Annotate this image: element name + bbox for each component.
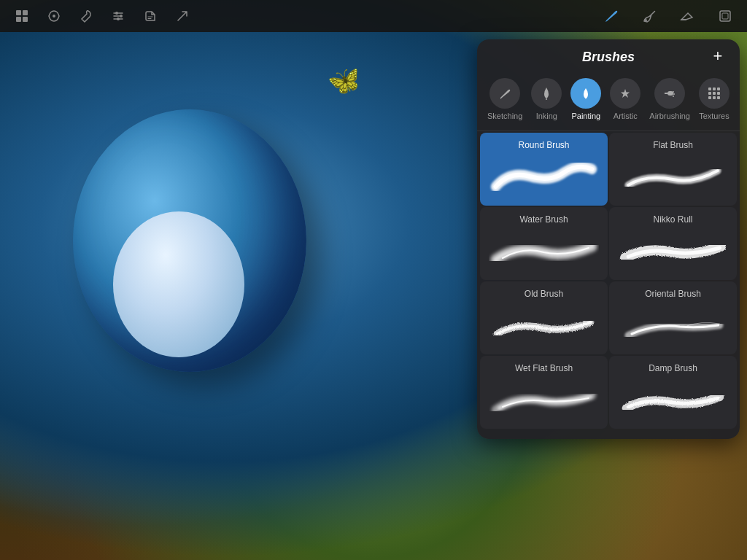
sketching-label: Sketching [487,112,522,120]
svg-rect-9 [720,11,730,21]
wet-flat-brush-preview [489,379,599,423]
svg-rect-18 [708,92,711,95]
nikko-brush-label: Nikko Rull [618,214,728,225]
svg-rect-0 [16,10,21,15]
oriental-brush-preview [618,305,728,349]
inking-icon [531,78,562,109]
svg-rect-2 [16,17,21,22]
brush-panel-header: Brushes + [477,39,740,72]
modify-tool[interactable] [41,3,67,29]
svg-rect-15 [708,88,711,90]
brush-item-old[interactable]: Old Brush [480,281,608,354]
top-bar [0,0,747,32]
brush-add-button[interactable]: + [708,46,728,66]
old-brush-label: Old Brush [489,289,599,299]
arrow-tool[interactable] [169,3,196,29]
svg-rect-11 [667,91,673,96]
brush-item-round[interactable]: Round Brush [480,133,608,206]
artistic-label: Artistic [614,112,638,120]
svg-rect-19 [713,92,716,95]
svg-point-14 [673,96,674,97]
brush-item-oriental[interactable]: Oriental Brush [609,281,737,354]
svg-rect-21 [708,96,711,99]
layers-tool[interactable] [712,3,738,29]
svg-point-6 [115,12,118,15]
old-brush-preview [489,305,599,349]
svg-point-4 [53,15,55,18]
painting-label: Painting [571,112,600,120]
gallery-button[interactable] [9,3,35,29]
flat-brush-label: Flat Brush [618,140,728,150]
damp-brush-label: Damp Brush [618,363,728,373]
category-airbrushing[interactable]: Airbrushing [645,75,694,123]
airbrushing-icon [654,78,685,109]
brush-categories: Sketching Inking Painting [477,72,740,131]
round-brush-label: Round Brush [489,140,599,150]
nikko-brush-preview [618,230,728,274]
oriental-brush-label: Oriental Brush [618,289,728,299]
butterfly-decoration: 🦋 [326,63,364,98]
damp-brush-preview [618,379,728,423]
svg-rect-22 [713,96,716,99]
brush-panel-title: Brushes [582,50,635,65]
flat-brush-preview [618,156,728,200]
airbrushing-label: Airbrushing [649,112,690,120]
brush-item-wet-flat[interactable]: Wet Flat Brush [480,356,608,429]
water-brush-preview [489,230,599,274]
textures-label: Textures [699,112,729,120]
category-textures[interactable]: Textures [694,75,734,123]
svg-rect-10 [722,13,728,19]
svg-rect-20 [717,92,720,95]
brush-tool[interactable] [636,3,662,29]
svg-point-5 [120,15,123,18]
brush-grid: Round Brush Flat Brush [477,131,740,430]
brush-item-nikko[interactable]: Nikko Rull [609,207,737,280]
sketching-icon [489,78,520,109]
brush-item-water[interactable]: Water Brush [480,207,608,280]
svg-rect-3 [23,17,28,22]
settings-tool[interactable] [105,3,131,29]
category-artistic[interactable]: Artistic [605,75,645,123]
artistic-icon [610,78,640,109]
wrench-tool[interactable] [73,3,99,29]
svg-point-8 [644,19,647,22]
svg-point-12 [673,91,674,93]
bird-belly [113,211,244,357]
round-brush-preview [489,156,599,200]
textures-icon [699,78,729,109]
water-brush-label: Water Brush [489,214,599,225]
pen-active-tool[interactable] [598,3,624,29]
wet-flat-brush-label: Wet Flat Brush [489,363,599,373]
inking-label: Inking [536,112,557,120]
svg-rect-1 [23,10,28,15]
script-tool[interactable] [137,3,163,29]
brush-panel: Brushes + Sketching Inking [477,39,740,439]
brush-item-damp[interactable]: Damp Brush [609,356,737,429]
svg-rect-23 [717,96,720,99]
svg-point-7 [117,18,120,20]
category-sketching[interactable]: Sketching [483,75,527,123]
painting-icon [570,78,601,109]
category-painting[interactable]: Painting [566,75,605,123]
eraser-tool[interactable] [674,3,700,29]
svg-rect-17 [717,88,720,90]
svg-rect-16 [713,88,716,90]
svg-point-13 [673,93,675,95]
brush-item-flat[interactable]: Flat Brush [609,133,737,206]
category-inking[interactable]: Inking [527,75,566,123]
